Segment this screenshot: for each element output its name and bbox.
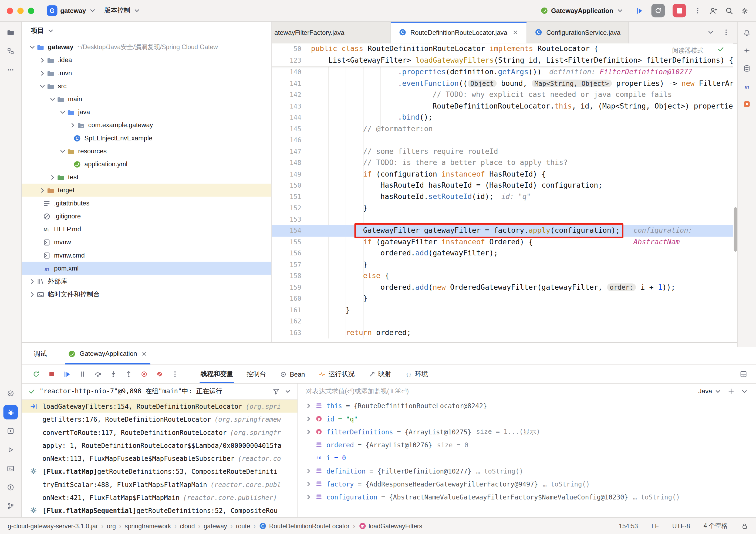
chevron-down-icon[interactable] [48, 95, 57, 103]
tree-item-target[interactable]: target [21, 184, 272, 197]
line-number[interactable]: 153 [271, 214, 311, 225]
code-line-150[interactable]: 150HasRouteId hasRouteId = (HasRouteId) … [271, 180, 733, 191]
tree-item-mvn[interactable]: .mvn [21, 67, 272, 79]
code-editor[interactable]: 阅读器模式 50public class RouteDefinitionRout… [271, 43, 733, 342]
step-over-icon[interactable] [92, 368, 104, 380]
minimize-window-button[interactable] [17, 8, 23, 14]
line-number[interactable]: 159 [271, 282, 311, 293]
breadcrumb-method[interactable]: mloadGatewayFilters [359, 522, 422, 530]
debug-tab-2[interactable]: 控制台 [242, 365, 271, 383]
ellipsis-icon[interactable] [3, 63, 18, 77]
code-line-152[interactable]: 152} [271, 202, 733, 214]
project-panel-header[interactable]: 项目 [21, 21, 272, 40]
chevron-right-icon[interactable] [28, 290, 37, 298]
variable-row-ordered[interactable]: ordered= {ArrayList@10276}size = 0 [298, 438, 756, 451]
resume-icon[interactable] [635, 7, 644, 14]
tree-item-idea[interactable]: .idea [21, 53, 272, 67]
code-line-155[interactable]: 155if (gatewayFilter instanceof Ordered)… [271, 236, 733, 248]
editor-tab-1[interactable]: atewayFilterFactory.java [271, 21, 391, 43]
code-line-156[interactable]: 156ordered.add(gatewayFilter); [271, 248, 733, 259]
panel-options-icon[interactable] [741, 387, 748, 395]
settings-gear-icon[interactable] [741, 7, 748, 14]
tree-item-help-md[interactable]: M↓HELP.md [21, 223, 272, 236]
code-line-147[interactable]: 147// some filters require routeId [271, 146, 733, 157]
services-icon[interactable] [3, 424, 18, 439]
more-options-icon[interactable] [694, 7, 702, 14]
step-into-icon[interactable] [107, 368, 119, 380]
tree-item-external-libs[interactable]: 外部库 [21, 275, 272, 288]
code-line-161[interactable]: 161} [271, 305, 733, 316]
status-encoding[interactable]: UTF-8 [672, 522, 690, 530]
line-number[interactable]: 152 [271, 202, 311, 214]
ai-assistant-icon[interactable] [740, 44, 754, 57]
line-number[interactable]: 158 [271, 271, 311, 282]
run-configuration-widget[interactable]: GatewayApplication [536, 5, 628, 16]
database-icon[interactable] [740, 62, 754, 75]
tree-item-spel-class[interactable]: CSpELInjectEnvExample [21, 131, 272, 145]
chevron-down-icon[interactable] [28, 43, 37, 51]
code-line-158[interactable]: 158else { [271, 271, 733, 282]
commit-icon[interactable] [3, 386, 18, 401]
line-number[interactable]: 163 [271, 327, 311, 338]
code-line-144[interactable]: 144.bind(); [271, 112, 733, 123]
lock-icon[interactable] [741, 522, 748, 530]
stack-frame[interactable]: onNext:421, FluxFlatMap$FlatMapMain (rea… [21, 491, 298, 504]
close-icon[interactable] [512, 29, 519, 36]
tree-item-gitattributes[interactable]: .gitattributes [21, 197, 272, 210]
debug-session-tab[interactable]: GatewayApplication [65, 343, 151, 364]
chevron-down-icon[interactable] [58, 108, 67, 116]
breadcrumb-cloud[interactable]: cloud [180, 522, 195, 530]
line-number[interactable]: 157 [271, 259, 311, 271]
chevron-down-icon[interactable] [38, 82, 47, 90]
chevron-down-icon[interactable] [58, 147, 67, 155]
chevron-right-icon[interactable] [305, 402, 313, 410]
code-line-140[interactable]: 140.properties(definition.getArgs())defi… [271, 67, 733, 78]
code-line-162[interactable]: 162 [271, 316, 733, 327]
status-cursor-position[interactable]: 154:53 [619, 522, 638, 530]
line-number[interactable]: 161 [271, 305, 311, 316]
line-number[interactable]: 141 [271, 78, 311, 89]
rerun-icon[interactable] [30, 368, 42, 380]
debug-tab-5[interactable]: 映射 [364, 365, 396, 383]
debug-tab-4[interactable]: 运行状况 [314, 365, 360, 383]
code-line-160[interactable]: 160} [271, 293, 733, 305]
debug-icon[interactable] [3, 405, 18, 419]
code-line-157[interactable]: 157} [271, 259, 733, 271]
breadcrumb-jar[interactable]: g-cloud-gateway-server-3.1.0.jar [8, 522, 98, 530]
chevron-right-icon[interactable] [28, 278, 37, 285]
layout-settings-icon[interactable] [740, 370, 747, 378]
code-line-143[interactable]: 143RouteDefinitionRouteLocator.this, id,… [271, 100, 733, 112]
tree-item-src[interactable]: src [21, 80, 272, 93]
line-number[interactable]: 156 [271, 248, 311, 259]
stack-frame[interactable]: [Flux.flatMapSequential] getRouteDefinit… [21, 504, 298, 517]
inspections-ok-icon[interactable] [717, 45, 725, 53]
vcs-menu[interactable]: 版本控制 [100, 4, 145, 17]
status-line-separator[interactable]: LF [652, 522, 659, 530]
tree-item-gitignore[interactable]: .gitignore [21, 210, 272, 223]
tree-item-java[interactable]: java [21, 106, 272, 119]
line-number[interactable]: 123 [271, 55, 311, 66]
editor-scrollbar[interactable] [734, 207, 737, 252]
zoom-window-button[interactable] [28, 8, 34, 14]
watch-input-bar[interactable]: 对表达式求值(⏎)或添加监视(⇧⌘⏎) Java [298, 383, 756, 399]
watch-language-selector[interactable]: Java [698, 387, 722, 395]
tree-item-resources[interactable]: resources [21, 145, 272, 158]
editor-tab-2[interactable]: CRouteDefinitionRouteLocator.java [391, 21, 527, 43]
tree-item-mvnw[interactable]: mvnw [21, 236, 272, 249]
structure-icon[interactable] [3, 44, 18, 58]
line-number[interactable]: 140 [271, 67, 311, 78]
variable-row-id[interactable]: pid= "q" [298, 412, 756, 425]
code-line-154[interactable]: 154GatewayFilter gatewayFilter = factory… [271, 225, 733, 236]
line-number[interactable]: 155 [271, 236, 311, 248]
notifications-icon[interactable] [740, 26, 754, 40]
terminal-icon[interactable] [3, 461, 18, 476]
line-number[interactable]: 160 [271, 293, 311, 305]
code-line-151[interactable]: 151hasRouteId.setRouteId(id);id: "q" [271, 191, 733, 202]
debug-tab-3[interactable]: Bean [275, 365, 310, 383]
code-line-141[interactable]: 141.eventFunction((Object bound, Map<Str… [271, 78, 733, 89]
problems-icon[interactable] [3, 480, 18, 495]
line-number[interactable]: 148 [271, 157, 311, 169]
debug-tab-1[interactable]: 线程和变量 [196, 365, 238, 383]
chevron-down-icon[interactable] [284, 387, 292, 395]
line-number[interactable]: 149 [271, 169, 311, 180]
